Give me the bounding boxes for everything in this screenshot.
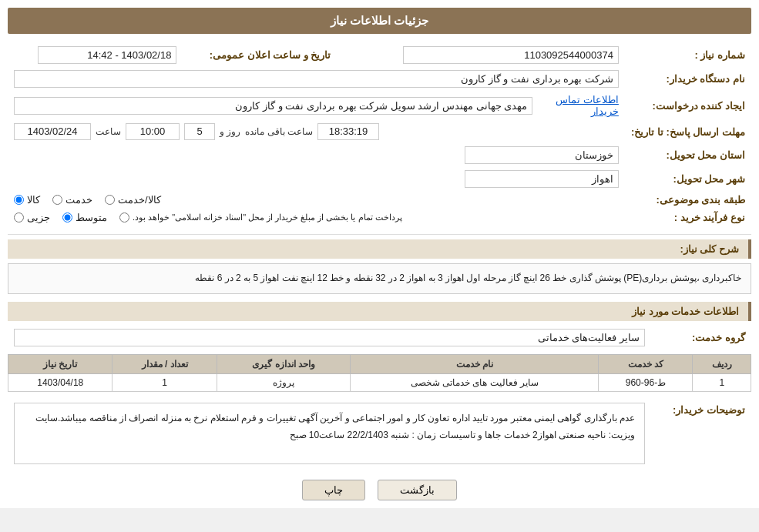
days-input: 5: [184, 123, 215, 140]
col-header-date: تاریخ نیاز: [8, 354, 113, 373]
reply-date-input: 1403/02/24: [14, 123, 91, 140]
process-motavaset-label: متوسط: [76, 212, 107, 223]
time-label: ساعت: [96, 126, 121, 137]
process-radio-anad[interactable]: [119, 212, 129, 223]
process-type-label: نوع فرآیند خرید :: [625, 209, 751, 226]
need-number-input: 1103092544000374: [403, 46, 619, 64]
process-anad-label: پرداخت تمام یا بخشی از مبلغ خریدار از مح…: [133, 212, 402, 223]
announce-datetime-label: تاریخ و ساعت اعلان عمومی:: [183, 43, 337, 67]
creator-contact-link[interactable]: اطلاعات تماس خریدار: [539, 94, 619, 117]
buyer-name-input: شرکت بهره برداری نفت و گاز کارون: [14, 70, 619, 88]
buyer-notes-text: عدم بارگذاری گواهی ایمنی معتبر مورد تایی…: [14, 403, 645, 464]
process-jozi-label: جزیی: [27, 212, 50, 223]
category-kala[interactable]: کالا: [14, 194, 40, 206]
buyer-notes-label: توضیحات خریدار:: [651, 400, 751, 467]
reply-deadline-label: مهلت ارسال پاسخ: تا تاریخ:: [625, 120, 751, 143]
category-radio-khidmat[interactable]: [52, 195, 62, 205]
service-info-title: اطلاعات خدمات مورد نیاز: [8, 302, 751, 321]
province-label: استان محل تحویل:: [625, 143, 751, 167]
category-kala-khidmat[interactable]: کالا/خدمت: [105, 194, 161, 206]
remaining-label: ساعت باقی مانده: [245, 126, 313, 137]
col-header-unit: واحد اندازه گیری: [217, 354, 350, 373]
category-label: طبقه بندی موضوعی:: [625, 191, 751, 209]
creator-label: ایجاد کننده درخواست:: [625, 91, 751, 120]
col-header-qty: تعداد / مقدار: [113, 354, 217, 373]
process-jozi[interactable]: جزیی: [14, 212, 50, 223]
col-header-row: ردیف: [693, 354, 751, 373]
remaining-time: 18:33:19: [317, 123, 379, 140]
unit: پروژه: [217, 373, 350, 391]
creator-input: مهدی جهانی مهندس ارشد سویل شرکت بهره برد…: [14, 97, 532, 115]
print-button[interactable]: چاپ: [302, 480, 365, 500]
service-group-label: گروه خدمت:: [651, 326, 751, 350]
table-row: 1 ط-96-960 سایر فعالیت های خدماتی شخصی پ…: [8, 373, 751, 391]
days-label: روز و: [220, 126, 240, 137]
process-radio-jozi[interactable]: [14, 212, 24, 223]
back-button[interactable]: بازگشت: [378, 480, 457, 500]
row-num: 1: [693, 373, 751, 391]
col-header-code: کد خدمت: [599, 354, 693, 373]
service-group-value: سایر فعالیت‌های خدماتی: [14, 329, 645, 346]
process-radio-motavaset[interactable]: [62, 212, 72, 223]
announce-datetime-value: 1403/02/18 - 14:42: [8, 43, 183, 67]
need-description-title: شرح کلی نیاز:: [8, 239, 751, 259]
city-input: اهواز: [465, 170, 619, 188]
category-radio-kala-khidmat[interactable]: [105, 195, 115, 205]
col-header-name: نام خدمت: [351, 354, 599, 373]
category-khidmat[interactable]: خدمت: [52, 194, 92, 206]
service-name: سایر فعالیت های خدماتی شخصی: [351, 373, 599, 391]
need-description-text: خاکبرداری ،پوشش برداری(PE) پوشش گذاری خط…: [8, 263, 751, 294]
quantity: 1: [113, 373, 217, 391]
process-motavaset[interactable]: متوسط: [62, 212, 107, 223]
service-code: ط-96-960: [599, 373, 693, 391]
process-anad[interactable]: پرداخت تمام یا بخشی از مبلغ خریدار از مح…: [119, 212, 402, 223]
category-kala-label: کالا: [27, 194, 40, 206]
reply-time-input: 10:00: [126, 123, 180, 140]
category-kala-khidmat-label: کالا/خدمت: [118, 194, 161, 206]
city-label: شهر محل تحویل:: [625, 167, 751, 191]
page-title: جزئیات اطلاعات نیاز: [8, 8, 751, 34]
need-number-value: 1103092544000374: [360, 43, 624, 67]
need-date: 1403/04/18: [8, 373, 113, 391]
category-khidmat-label: خدمت: [65, 194, 92, 206]
province-input: خوزستان: [465, 146, 619, 164]
announce-datetime-input: 1403/02/18 - 14:42: [38, 46, 176, 64]
need-number-label: شماره نیاز :: [625, 43, 751, 67]
buyer-name-label: نام دستگاه خریدار:: [625, 67, 751, 91]
category-radio-kala[interactable]: [14, 195, 24, 205]
